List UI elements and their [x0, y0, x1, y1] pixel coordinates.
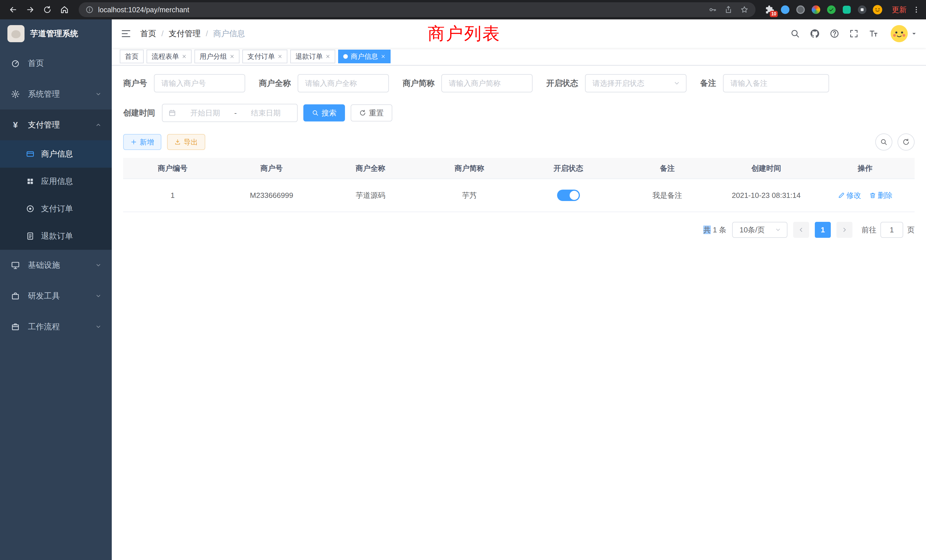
create-time-range-picker[interactable]: 开始日期 - 结束日期	[162, 104, 298, 122]
close-icon[interactable]	[325, 54, 330, 59]
tab-process-form[interactable]: 流程表单	[147, 50, 192, 63]
pay-order-icon	[25, 204, 35, 213]
sidebar-item-merchant-info[interactable]: 商户信息	[0, 140, 112, 168]
search-icon[interactable]	[790, 29, 800, 38]
table-header-row: 商户编号 商户号 商户全称 商户简称 开启状态 备注 创建时间 操作	[123, 158, 915, 179]
edit-link[interactable]: 修改	[838, 191, 861, 200]
status-toggle[interactable]	[557, 190, 580, 201]
caret-down-icon	[911, 31, 917, 36]
extension-icon[interactable]	[841, 5, 852, 15]
toggle-knob	[570, 191, 579, 200]
close-icon[interactable]	[381, 54, 386, 59]
next-page-button[interactable]	[837, 222, 852, 238]
extension-icon[interactable]	[811, 5, 821, 15]
prev-page-button[interactable]	[793, 222, 809, 238]
page-size-select[interactable]: 10条/页	[732, 222, 787, 238]
breadcrumb-home[interactable]: 首页	[140, 28, 156, 39]
column-header: 商户简称	[420, 158, 519, 179]
annotation-title: 商户列表	[428, 22, 501, 45]
remark-input[interactable]	[723, 74, 829, 92]
reload-icon[interactable]	[40, 2, 55, 17]
sidebar-item-workflow[interactable]: 工作流程	[0, 311, 112, 342]
user-avatar[interactable]	[891, 25, 917, 42]
sidebar-item-app-info[interactable]: 应用信息	[0, 168, 112, 195]
app-logo[interactable]: 芋道管理系统	[0, 20, 112, 48]
tab-pay-order[interactable]: 支付订单	[242, 50, 287, 63]
sidebar-item-payment[interactable]: ¥ 支付管理	[0, 109, 112, 140]
github-icon[interactable]	[809, 29, 820, 39]
cell-short-name: 芋艿	[420, 179, 519, 212]
url-bar[interactable]: localhost:1024/pay/merchant	[79, 2, 755, 17]
tab-user-group[interactable]: 用户分组	[194, 50, 239, 63]
hamburger-icon[interactable]	[121, 29, 131, 39]
full-name-label: 商户全称	[259, 78, 291, 89]
breadcrumb-payment[interactable]: 支付管理	[169, 28, 201, 39]
page-1-button[interactable]: 1	[815, 222, 831, 238]
active-tab-dot	[343, 54, 348, 59]
close-icon[interactable]	[230, 54, 235, 59]
workflow-icon	[10, 322, 21, 331]
home-icon[interactable]	[57, 2, 72, 17]
sidebar-item-refund-order[interactable]: 退款订单	[0, 222, 112, 250]
sidebar-item-home[interactable]: 首页	[0, 48, 112, 79]
sidebar-item-pay-order[interactable]: 支付订单	[0, 195, 112, 222]
full-name-input[interactable]	[298, 74, 389, 92]
chevron-down-icon	[95, 293, 101, 299]
close-icon[interactable]	[278, 54, 282, 59]
tab-merchant-info[interactable]: 商户信息	[338, 50, 390, 63]
refresh-button[interactable]	[897, 133, 915, 151]
share-icon[interactable]	[724, 5, 733, 14]
forward-icon[interactable]	[23, 2, 38, 17]
search-button[interactable]: 搜索	[303, 104, 345, 121]
fullscreen-icon[interactable]	[849, 29, 859, 38]
merchant-no-label: 商户号	[123, 78, 147, 89]
goto-label: 前往	[862, 225, 876, 235]
tags-view: 首页 流程表单 用户分组 支付订单 退款订单 商户信息	[112, 48, 926, 65]
close-icon[interactable]	[182, 54, 186, 59]
dashboard-icon	[10, 59, 21, 68]
refund-doc-icon	[25, 232, 35, 241]
short-name-input[interactable]	[441, 74, 533, 92]
extension-icon[interactable]	[826, 5, 837, 15]
tab-refund-order[interactable]: 退款订单	[290, 50, 335, 63]
tab-home[interactable]: 首页	[120, 50, 144, 63]
sidebar-item-infrastructure[interactable]: 基础设施	[0, 250, 112, 281]
profile-avatar-icon[interactable]	[872, 5, 883, 15]
delete-link[interactable]: 删除	[869, 191, 893, 200]
cell-merchant-id: 1	[123, 179, 222, 212]
add-button[interactable]: 新增	[123, 134, 161, 150]
merchant-card-icon	[25, 150, 35, 158]
pagination: 共 1 条 10条/页 1 前往 页	[123, 222, 915, 238]
app-title: 芋道管理系统	[30, 28, 78, 39]
extension-icon[interactable]	[780, 5, 790, 15]
extensions-area: 10	[765, 5, 883, 15]
merchant-no-input[interactable]	[154, 74, 245, 92]
sidebar-item-system[interactable]: 系统管理	[0, 79, 112, 109]
column-header: 操作	[816, 158, 915, 179]
toggle-search-button[interactable]	[875, 133, 892, 151]
gear-icon	[10, 89, 21, 98]
cell-create-time: 2021-10-23 08:31:14	[717, 179, 816, 212]
font-size-icon[interactable]	[869, 29, 879, 39]
site-info-icon[interactable]	[86, 6, 94, 14]
reset-button[interactable]: 重置	[351, 104, 392, 121]
extension-badge: 10	[770, 11, 778, 17]
browser-update-button[interactable]: 更新	[892, 5, 906, 15]
column-header: 商户全称	[321, 158, 420, 179]
remark-label: 备注	[700, 78, 716, 89]
status-select[interactable]: 请选择开启状态	[585, 74, 687, 92]
sidebar-item-dev-tools[interactable]: 研发工具	[0, 281, 112, 311]
back-icon[interactable]	[6, 2, 21, 17]
browser-menu-icon[interactable]	[912, 6, 920, 14]
export-button[interactable]: 导出	[167, 134, 205, 150]
status-label: 开启状态	[546, 78, 578, 89]
extension-icon[interactable]	[796, 5, 806, 15]
short-name-label: 商户简称	[402, 78, 434, 89]
help-icon[interactable]	[830, 29, 839, 38]
bookmark-star-icon[interactable]	[740, 5, 749, 14]
extensions-puzzle-icon[interactable]: 10	[765, 5, 775, 15]
password-key-icon[interactable]	[708, 5, 717, 14]
chevron-down-icon	[95, 324, 101, 330]
extension-icon[interactable]	[857, 5, 867, 15]
goto-page-input[interactable]	[881, 222, 903, 238]
